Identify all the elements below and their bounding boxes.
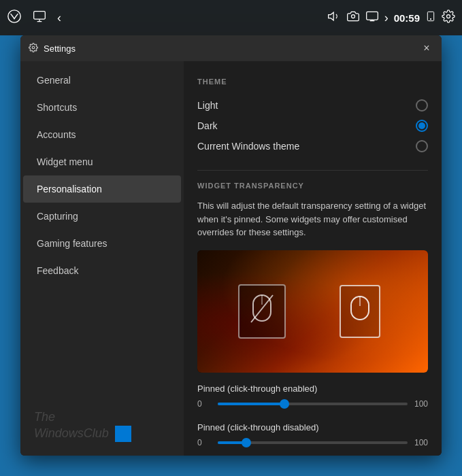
- slider-enabled-label: Pinned (click-through enabled): [197, 384, 428, 394]
- theme-radio-group: Light Dark Current Windows theme: [197, 95, 428, 156]
- preview-container: [197, 250, 428, 373]
- preview-background: [197, 250, 428, 373]
- slider-disabled-label: Pinned (click-through disabled): [197, 422, 428, 432]
- mobile-icon[interactable]: [425, 10, 436, 27]
- sidebar-item-general[interactable]: General: [23, 67, 181, 94]
- settings-taskbar-icon[interactable]: [442, 10, 455, 27]
- mouse-slash-panel: [238, 284, 286, 339]
- svg-rect-12: [124, 435, 131, 441]
- svg-point-0: [8, 10, 20, 22]
- settings-window: Settings × General Shortcuts Accounts Wi…: [20, 35, 442, 456]
- slider-enabled-max: 100: [414, 399, 428, 409]
- capture-icon[interactable]: [346, 10, 360, 27]
- sidebar-item-accounts[interactable]: Accounts: [23, 121, 181, 148]
- main-content: THEME Light Dark Current Windows theme W…: [184, 61, 442, 456]
- theme-dark-radio[interactable]: [416, 120, 428, 132]
- slider-disabled-min: 0: [197, 438, 211, 447]
- slider-disabled-row: 0 100: [197, 438, 428, 447]
- taskbar-left: ‹: [7, 9, 61, 27]
- title-bar-left: Settings: [29, 43, 76, 54]
- watermark-line1: The: [34, 409, 131, 425]
- svg-point-8: [32, 46, 35, 49]
- sidebar-item-feedback[interactable]: Feedback: [23, 257, 181, 284]
- mouse-active-panel: [340, 285, 380, 338]
- slider-enabled-track[interactable]: [218, 403, 408, 405]
- theme-dark-label: Dark: [197, 120, 218, 131]
- svg-rect-10: [124, 426, 131, 433]
- svg-rect-4: [366, 12, 378, 20]
- volume-icon[interactable]: [327, 10, 341, 27]
- slider-enabled-fill: [218, 403, 284, 405]
- svg-rect-11: [116, 435, 122, 441]
- theme-light-radio[interactable]: [416, 99, 428, 112]
- theme-windows-item[interactable]: Current Windows theme: [197, 136, 428, 156]
- theme-dark-item[interactable]: Dark: [197, 116, 428, 136]
- xbox-icon[interactable]: [7, 9, 22, 27]
- mouse-slash-icon: [250, 294, 274, 329]
- back-icon[interactable]: ‹: [57, 11, 61, 25]
- theme-light-label: Light: [197, 100, 218, 111]
- settings-gear-icon: [29, 43, 38, 54]
- slider-enabled-min: 0: [197, 399, 211, 409]
- title-bar: Settings ×: [20, 35, 442, 61]
- close-button[interactable]: ×: [420, 41, 433, 55]
- slider-disabled-track[interactable]: [218, 441, 408, 444]
- svg-marker-2: [328, 12, 333, 20]
- sidebar-item-gaming-features[interactable]: Gaming features: [23, 230, 181, 257]
- transparency-section-label: WIDGET TRANSPARENCY: [197, 182, 428, 190]
- slider-disabled-max: 100: [414, 438, 428, 447]
- slider-enabled-thumb[interactable]: [280, 399, 289, 409]
- broadcast-icon[interactable]: [33, 10, 46, 27]
- sidebar-item-capturing[interactable]: Capturing: [23, 203, 181, 230]
- sidebar: General Shortcuts Accounts Widget menu P…: [20, 61, 184, 456]
- screen-icon[interactable]: [365, 10, 379, 27]
- slider-enabled-row: 0 100: [197, 399, 428, 409]
- mouse-icon: [350, 295, 370, 327]
- slider-disabled-thumb[interactable]: [242, 438, 251, 447]
- watermark: The WindowsClub: [34, 409, 131, 442]
- slider-pinned-enabled: Pinned (click-through enabled) 0 100: [197, 384, 428, 409]
- svg-point-3: [351, 14, 354, 18]
- forward-icon[interactable]: ›: [384, 11, 389, 25]
- window-title: Settings: [44, 44, 76, 54]
- theme-windows-radio[interactable]: [416, 140, 428, 152]
- svg-point-7: [447, 14, 450, 18]
- svg-point-6: [430, 18, 431, 19]
- svg-rect-1: [34, 11, 46, 19]
- clock: 00:59: [394, 12, 420, 24]
- sidebar-item-widget-menu[interactable]: Widget menu: [23, 148, 181, 175]
- transparency-description: This will adjust the default transparenc…: [197, 199, 428, 239]
- theme-light-item[interactable]: Light: [197, 95, 428, 116]
- sidebar-item-personalisation[interactable]: Personalisation: [23, 175, 181, 203]
- theme-section-label: THEME: [197, 78, 428, 86]
- theme-windows-label: Current Windows theme: [197, 141, 299, 152]
- divider: [197, 170, 428, 171]
- taskbar: ‹ › 00:59: [0, 0, 462, 35]
- watermark-line2: WindowsClub: [34, 426, 109, 440]
- slider-pinned-disabled: Pinned (click-through disabled) 0 100: [197, 422, 428, 447]
- sidebar-item-shortcuts[interactable]: Shortcuts: [23, 94, 181, 121]
- taskbar-center: › 00:59: [327, 10, 455, 27]
- windows-club-logo: [115, 426, 131, 442]
- svg-rect-9: [116, 426, 122, 433]
- settings-body: General Shortcuts Accounts Widget menu P…: [20, 61, 442, 456]
